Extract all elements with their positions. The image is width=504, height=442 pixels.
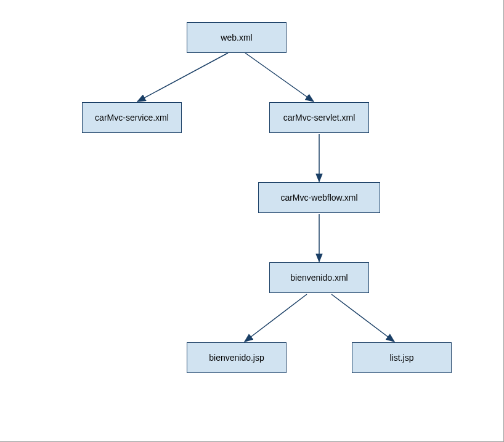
- node-label: carMvc-webflow.xml: [280, 193, 357, 203]
- node-bienvenido-jsp: bienvenido.jsp: [187, 342, 287, 373]
- diagram-arrows: [0, 0, 504, 442]
- node-servlet-xml: carMvc-servlet.xml: [269, 102, 369, 133]
- node-web-xml: web.xml: [187, 22, 287, 53]
- svg-line-1: [137, 53, 228, 102]
- node-label: carMvc-servlet.xml: [283, 113, 356, 123]
- node-label: bienvenido.jsp: [209, 353, 264, 363]
- node-label: list.jsp: [390, 353, 414, 363]
- node-service-xml: carMvc-service.xml: [82, 102, 182, 133]
- node-bienvenido-xml: bienvenido.xml: [269, 262, 369, 293]
- node-label: carMvc-service.xml: [95, 113, 169, 123]
- node-webflow-xml: carMvc-webflow.xml: [258, 182, 380, 213]
- node-label: web.xml: [221, 33, 252, 42]
- node-label: bienvenido.xml: [290, 273, 348, 283]
- node-list-jsp: list.jsp: [352, 342, 452, 373]
- svg-line-6: [331, 294, 394, 342]
- svg-line-2: [245, 53, 314, 102]
- svg-line-5: [245, 294, 307, 342]
